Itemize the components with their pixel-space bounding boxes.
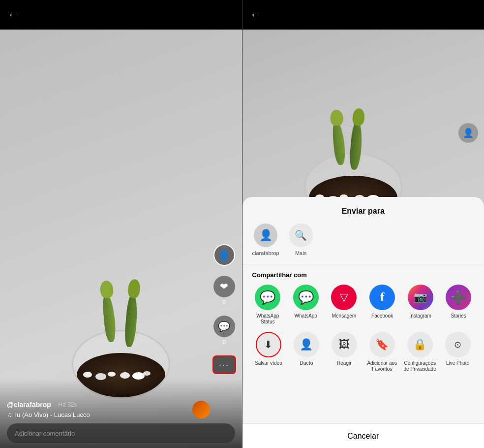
dueto-icon: 👤 xyxy=(300,338,313,351)
favoritos-icon-circle: 🔖 xyxy=(369,332,395,357)
whatsapp-label: WhatsApp xyxy=(295,313,317,319)
share-sheet: Enviar para 👤 clarafabrop 🔍 Mais Compart… xyxy=(242,197,484,448)
share-title: Enviar para xyxy=(242,207,484,216)
live-photo-label: Live Photo xyxy=(446,360,469,366)
more-label: Mais xyxy=(295,250,306,256)
actions-grid: ⬇ Salvar vídeo 👤 Dueto 🖼 Reagir 🔖 xyxy=(242,332,484,372)
save-video-label: Salvar vídeo xyxy=(255,360,282,366)
action-save-video[interactable]: ⬇ Salvar vídeo xyxy=(252,332,285,372)
more-dots: ··· xyxy=(219,360,229,370)
top-bar-left: ← xyxy=(0,0,242,30)
favoritos-icon: 🔖 xyxy=(375,338,389,351)
action-privacy[interactable]: 🔒 Configurações de Privacidade xyxy=(403,332,436,372)
save-video-icon: ⬇ xyxy=(264,339,272,351)
music-note-icon: ♫ xyxy=(7,411,12,418)
facebook-icon: f xyxy=(369,285,395,310)
reagir-icon: 🖼 xyxy=(339,338,350,351)
app-whatsapp[interactable]: 💬 WhatsApp xyxy=(290,285,322,325)
comment-wrap[interactable]: 💬 0 xyxy=(213,316,235,346)
reagir-icon-circle: 🖼 xyxy=(332,332,357,357)
time-ago: · Há 32s xyxy=(55,401,77,408)
send-to-row: 👤 clarafabrop 🔍 Mais xyxy=(242,224,484,256)
action-dueto[interactable]: 👤 Dueto xyxy=(290,332,323,372)
video-left: 👤 ❤ 0 💬 0 ··· @clarafabrop · Há 32s xyxy=(0,30,242,448)
app-facebook[interactable]: f Facebook xyxy=(366,285,398,325)
whatsapp-status-icon: 💬 xyxy=(255,285,280,310)
whatsapp-status-label: WhatsApp Status xyxy=(252,313,284,325)
save-video-icon-circle: ⬇ xyxy=(256,332,281,357)
like-button[interactable]: ❤ xyxy=(213,276,235,297)
right-panel: ← 👤 Enviar para xyxy=(242,0,484,448)
cancel-button[interactable]: Cancelar xyxy=(242,423,484,448)
user-thumbnail xyxy=(192,401,210,418)
action-favoritos[interactable]: 🔖 Adicionar aos Favoritos xyxy=(365,332,398,372)
app-whatsapp-status[interactable]: 💬 WhatsApp Status xyxy=(252,285,284,325)
back-button-right[interactable]: ← xyxy=(250,8,261,21)
mensagem-label: Mensagem xyxy=(332,313,356,319)
left-panel: ← xyxy=(0,0,242,448)
song-title: Iu (Ao Vivo) - Lucas Lucco xyxy=(15,411,90,418)
instagram-label: Instagram xyxy=(409,313,431,319)
apps-grid: 💬 WhatsApp Status 💬 WhatsApp ▽ Mensagem … xyxy=(242,285,484,325)
stories-label: Stories xyxy=(451,313,466,319)
app-instagram[interactable]: 📷 Instagram xyxy=(405,285,436,325)
instagram-icon: 📷 xyxy=(408,285,433,310)
action-reagir[interactable]: 🖼 Reagir xyxy=(328,332,361,372)
stories-icon: ➕ xyxy=(446,285,471,310)
app-stories[interactable]: ➕ Stories xyxy=(443,285,474,325)
contact-avatar: 👤 xyxy=(254,224,277,247)
whatsapp-icon: 💬 xyxy=(293,285,319,310)
reagir-label: Reagir xyxy=(337,360,351,366)
back-button-left[interactable]: ← xyxy=(8,8,19,21)
action-sidebar: 👤 ❤ 0 💬 0 ··· xyxy=(212,244,236,374)
comment-button[interactable]: 💬 xyxy=(213,316,235,337)
comment-placeholder: Adicionar comentário xyxy=(15,430,75,437)
like-wrap[interactable]: ❤ 0 xyxy=(213,276,235,306)
privacy-icon: 🔒 xyxy=(413,338,426,351)
privacy-label: Configurações de Privacidade xyxy=(403,360,436,372)
more-contacts-icon: 🔍 xyxy=(289,224,313,247)
avatar-wrap: 👤 xyxy=(213,244,235,266)
more-options-wrap[interactable]: ··· xyxy=(212,355,236,374)
dueto-icon-circle: 👤 xyxy=(294,332,319,357)
privacy-icon-circle: 🔒 xyxy=(407,332,433,357)
facebook-label: Facebook xyxy=(371,313,393,319)
avatar-right: 👤 xyxy=(458,123,478,143)
favoritos-label: Adicionar aos Favoritos xyxy=(365,360,398,372)
contact-name: clarafabrop xyxy=(252,250,279,256)
action-live-photo[interactable]: ⊙ Live Photo xyxy=(441,332,474,372)
send-to-more[interactable]: 🔍 Mais xyxy=(289,224,313,256)
share-with-title: Compartilhar com xyxy=(242,271,484,279)
live-photo-icon: ⊙ xyxy=(454,339,461,350)
send-to-user[interactable]: 👤 clarafabrop xyxy=(252,224,279,256)
username[interactable]: @clarafabrop xyxy=(7,401,51,409)
dueto-label: Dueto xyxy=(300,360,313,366)
top-bar-right: ← xyxy=(242,0,484,30)
user-avatar: 👤 xyxy=(213,244,235,266)
comment-count: 0 xyxy=(222,339,226,346)
mensagem-icon: ▽ xyxy=(331,285,357,310)
like-count: 0 xyxy=(222,299,226,306)
more-options-button[interactable]: ··· xyxy=(212,355,236,374)
section-divider-1 xyxy=(242,264,484,264)
live-photo-icon-circle: ⊙ xyxy=(445,332,471,357)
comment-input-bar[interactable]: Adicionar comentário xyxy=(7,423,235,443)
app-mensagem[interactable]: ▽ Mensagem xyxy=(329,285,360,325)
